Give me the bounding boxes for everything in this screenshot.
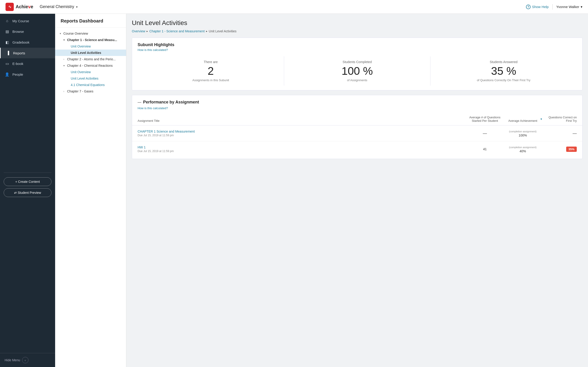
toggle-icon: [67, 71, 71, 73]
sidebar-nav: ⌂ My Course ▤ Browse ◧ Gradebook ▐ Repor…: [0, 14, 55, 171]
highlight-completed: Students Completed 100 % of Assignments: [284, 56, 431, 85]
sidebar-divider-1: [4, 173, 52, 173]
assignment-name-2[interactable]: HW 1: [138, 145, 464, 149]
reports-panel-header: Reports Dashboard: [55, 14, 126, 27]
col-qcorrect-header: ▼ Questions Correct on First Try: [540, 116, 577, 123]
toggle-icon: ▾: [63, 39, 67, 42]
avg-q-value-2: 41: [483, 147, 487, 151]
sidebar-item-reports[interactable]: ▐ Reports: [0, 48, 55, 58]
performance-table: Assignment Title Average # of Questions …: [132, 113, 582, 159]
breadcrumb-overview[interactable]: Overview: [132, 29, 145, 33]
sidebar-item-ebook[interactable]: ▭ E-book: [0, 58, 55, 69]
browse-icon: ▤: [5, 29, 10, 34]
tree-item-ch4-unit-level[interactable]: Unit Level Activities: [55, 75, 126, 82]
tree-item-ch4-unit-overview[interactable]: Unit Overview: [55, 69, 126, 75]
col-avg-ach-header: Average Achievement: [506, 119, 540, 123]
highlight-sublabel-2: of Questions Correctly On Their First Tr…: [435, 78, 572, 82]
create-content-button[interactable]: + Create Content: [4, 177, 52, 186]
avg-ach-cell-2: (completion assignment) 40%: [506, 145, 540, 153]
highlight-label-2: Students Answered: [435, 60, 572, 64]
toggle-icon: [67, 83, 71, 86]
reports-panel: Reports Dashboard ▾ Course Overview ▾ Ch…: [55, 14, 126, 367]
qcorrect-val-1: —: [573, 131, 577, 136]
col-qcorrect-label: Questions Correct on First Try: [544, 116, 577, 123]
hide-menu-label: Hide Menu: [5, 358, 20, 362]
achievement-val-2: 40%: [519, 149, 526, 153]
sort-arrow-icon: ▼: [540, 118, 543, 120]
col-avg-q-header: Average # of Questions Started Per Stude…: [464, 116, 506, 123]
sidebar-item-label: Gradebook: [12, 40, 29, 44]
qcorrect-cell-1: —: [540, 131, 577, 136]
help-circle-icon: ?: [526, 5, 531, 9]
toggle-icon: ▾: [63, 64, 67, 67]
breadcrumb: Overview ▸ Chapter 1 - Science and Measu…: [132, 29, 582, 33]
how-calculated-link-2[interactable]: How is this calculated?: [138, 106, 168, 110]
badge-red-2: 35%: [566, 147, 577, 152]
student-preview-label: ⇄ Student Preview: [14, 191, 41, 194]
toggle-icon: ›: [63, 90, 67, 93]
tree-item-ch1-unit-overview[interactable]: Unit Overview: [55, 43, 126, 50]
hide-menu-button[interactable]: Hide Menu ‹: [5, 357, 28, 363]
user-name: Yvonne Walker: [556, 5, 579, 9]
breadcrumb-chapter[interactable]: Chapter 1 - Science and Measurement: [149, 29, 204, 33]
tree-item-ch7[interactable]: › Chapter 7 - Gases: [55, 88, 126, 94]
main-content: Unit Level Activities Overview ▸ Chapter…: [126, 14, 588, 367]
hide-menu-circle-icon: ‹: [22, 357, 28, 363]
sidebar-actions: + Create Content ⇄ Student Preview: [0, 175, 55, 200]
create-content-label: + Create Content: [15, 180, 40, 184]
achievement-val-1: 100%: [519, 133, 527, 137]
show-help-button[interactable]: ? Show Help: [526, 5, 549, 9]
sidebar-item-gradebook[interactable]: ◧ Gradebook: [0, 37, 55, 48]
collapse-icon[interactable]: —: [138, 100, 141, 104]
student-preview-button[interactable]: ⇄ Student Preview: [4, 188, 52, 197]
tree-item-ch4[interactable]: ▾ Chapter 4 - Chemical Reactions: [55, 62, 126, 69]
sidebar-item-label: E-book: [12, 62, 23, 66]
home-icon: ⌂: [5, 19, 10, 23]
sidebar-item-label: My Course: [12, 19, 29, 23]
tree-item-ch2[interactable]: › Chapter 2 - Atoms and the Perio...: [55, 56, 126, 62]
avg-q-cell-1: —: [464, 131, 506, 136]
sidebar-item-my-course[interactable]: ⌂ My Course: [0, 16, 55, 26]
reports-icon: ▐: [5, 51, 10, 55]
completion-label-1: (completion assignment): [509, 130, 536, 133]
table-row: HW 1 Due Jul 15, 2019 at 11:59 pm 41 (co…: [132, 141, 582, 157]
tree-item-ch1[interactable]: ▾ Chapter 1 - Science and Measu...: [55, 37, 126, 43]
breadcrumb-current: Unit Level Activities: [209, 29, 237, 33]
main-layout: ⌂ My Course ▤ Browse ◧ Gradebook ▐ Repor…: [0, 14, 588, 367]
avg-ach-cell-1: (completion assignment) 100%: [506, 129, 540, 137]
subunit-highlights-title: Subunit Highlights: [138, 42, 577, 47]
assignment-cell-2: HW 1 Due Jul 15, 2019 at 11:59 pm: [138, 145, 464, 153]
breadcrumb-sep-1: ▸: [147, 30, 148, 33]
tree-item-ch1-unit-level[interactable]: Unit Level Activities: [55, 50, 126, 56]
reports-panel-title: Reports Dashboard: [61, 18, 121, 24]
highlight-label-0: There are: [142, 60, 279, 64]
performance-header: — Performance by Assignment: [132, 95, 582, 105]
table-header: Assignment Title Average # of Questions …: [132, 113, 582, 125]
logo[interactable]: ∿ Achieve: [6, 3, 33, 11]
show-help-label: Show Help: [532, 5, 549, 9]
course-title-text: General Chemistry: [40, 4, 74, 9]
sidebar-item-label: Reports: [13, 51, 25, 55]
sidebar-item-people[interactable]: 👤 People: [0, 69, 55, 80]
highlight-value-2: 35 %: [435, 66, 572, 77]
highlights-grid: There are 2 Assignments in this Subunit …: [132, 52, 582, 90]
highlight-answered: Students Answered 35 % of Questions Corr…: [430, 56, 577, 85]
highlight-sublabel-1: of Assignments: [289, 78, 426, 82]
tree-item-ch4-chem-eq[interactable]: 4.1 Chemical Equations: [55, 82, 126, 88]
tree-item-course-overview[interactable]: ▾ Course Overview: [55, 30, 126, 37]
sidebar-item-browse[interactable]: ▤ Browse: [0, 26, 55, 37]
assignment-due-2: Due Jul 15, 2019 at 11:59 pm: [138, 150, 464, 153]
col-title-header: Assignment Title: [138, 119, 464, 123]
assignment-cell-1: CHAPTER 1 Science and Measurement Due Ju…: [138, 130, 464, 137]
user-menu-button[interactable]: Yvonne Walker ▾: [556, 5, 582, 9]
toggle-icon: ›: [63, 58, 67, 60]
highlight-value-0: 2: [142, 66, 279, 77]
toggle-icon: [67, 45, 71, 48]
course-title-button[interactable]: General Chemistry ▾: [40, 4, 78, 9]
sidebar-item-label: People: [12, 73, 23, 76]
assignment-name-1[interactable]: CHAPTER 1 Science and Measurement: [138, 130, 464, 133]
sidebar-item-label: Browse: [12, 30, 24, 33]
how-calculated-link-1[interactable]: How is this calculated?: [138, 48, 168, 52]
sidebar-footer: Hide Menu ‹: [0, 353, 55, 367]
performance-title: Performance by Assignment: [143, 100, 199, 105]
